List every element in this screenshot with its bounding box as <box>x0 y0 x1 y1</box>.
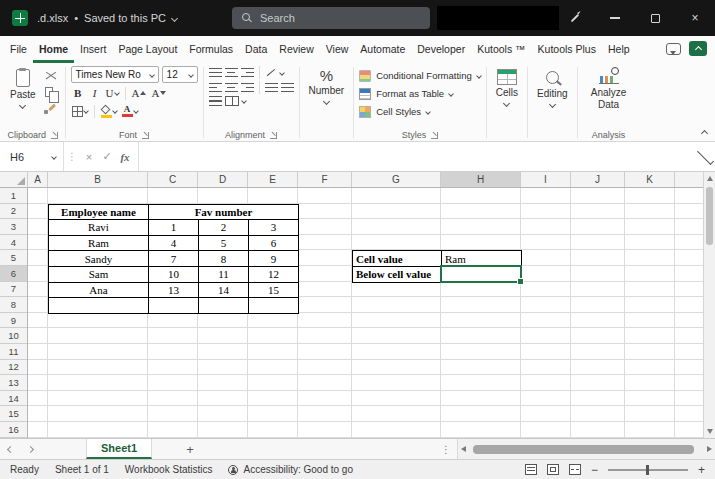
column-header-C[interactable]: C <box>148 172 198 187</box>
format-as-table-button[interactable]: Format as Table <box>359 86 481 101</box>
ribbon-tab-view[interactable]: View <box>320 39 355 63</box>
cell-fav-value[interactable]: 9 <box>249 251 299 267</box>
insert-function-button[interactable]: fx <box>116 151 134 163</box>
column-header-B[interactable]: B <box>48 172 148 187</box>
select-all-button[interactable] <box>0 172 28 187</box>
horizontal-scroll-thumb[interactable] <box>473 445 694 454</box>
ribbon-tab-insert[interactable]: Insert <box>74 39 112 63</box>
cell-fav-value[interactable]: 10 <box>149 267 199 283</box>
zoom-in-button[interactable]: + <box>698 464 705 476</box>
cell-fav-value[interactable]: 14 <box>199 283 249 299</box>
alignment-dialog-launcher[interactable] <box>270 132 277 139</box>
cell-employee-name-header[interactable]: Employee name <box>49 205 149 221</box>
row-header-2[interactable]: 2 <box>0 204 27 220</box>
page-break-view-button[interactable] <box>569 464 581 475</box>
conditional-formatting-button[interactable]: Conditional Formatting <box>359 68 481 83</box>
row-header-1[interactable]: 1 <box>0 188 27 204</box>
scroll-down-button[interactable] <box>704 425 715 438</box>
column-header-A[interactable]: A <box>28 172 48 187</box>
cell-fav-value[interactable]: 2 <box>199 220 249 236</box>
cell-fav-value[interactable]: 12 <box>249 267 299 283</box>
align-right-button[interactable] <box>241 83 254 93</box>
cell-employee-name[interactable]: Ana <box>49 283 149 299</box>
cell-fav-value[interactable]: 11 <box>199 267 249 283</box>
zoom-slider[interactable] <box>608 469 688 471</box>
cell-fav-value[interactable]: 13 <box>149 283 199 299</box>
row-header-4[interactable]: 4 <box>0 235 27 251</box>
row-header-10[interactable]: 10 <box>0 328 27 344</box>
column-header-K[interactable]: K <box>625 172 675 187</box>
align-top-button[interactable] <box>209 68 222 78</box>
cell-empty[interactable] <box>49 298 149 314</box>
row-header-14[interactable]: 14 <box>0 391 27 407</box>
cell-empty[interactable] <box>149 298 199 314</box>
cell-employee-name[interactable]: Ram <box>49 236 149 252</box>
name-box[interactable]: H6 <box>0 142 64 171</box>
decrease-font-size-button[interactable]: A <box>150 85 167 101</box>
cell-styles-button[interactable]: Cell Styles <box>359 104 481 119</box>
maximize-button[interactable] <box>635 0 675 36</box>
zoom-out-button[interactable]: − <box>591 464 598 476</box>
cell-fav-value[interactable]: 4 <box>149 236 199 252</box>
analyze-data-button[interactable]: Analyze Data <box>583 66 635 128</box>
ribbon-tab-kutools[interactable]: Kutools ™ <box>471 39 531 63</box>
cut-button[interactable] <box>44 70 58 82</box>
page-layout-view-button[interactable] <box>547 464 559 475</box>
scroll-up-button[interactable] <box>704 172 715 185</box>
cell-fav-value[interactable]: 15 <box>249 283 299 299</box>
bold-button[interactable]: B <box>71 85 85 101</box>
zoom-slider-thumb[interactable] <box>646 465 649 475</box>
enter-button[interactable]: ✓ <box>98 150 116 163</box>
ribbon-tab-review[interactable]: Review <box>273 39 319 63</box>
excel-logo-icon[interactable] <box>12 10 28 26</box>
increase-font-size-button[interactable]: A <box>131 85 148 101</box>
ribbon-tab-data[interactable]: Data <box>239 39 273 63</box>
row-header-12[interactable]: 12 <box>0 360 27 376</box>
cell-fav-number-header[interactable]: Fav number <box>149 205 299 221</box>
italic-button[interactable]: I <box>88 85 102 101</box>
format-painter-button[interactable] <box>44 102 57 114</box>
increase-indent-button[interactable] <box>281 83 294 93</box>
close-button[interactable]: × <box>675 0 715 36</box>
account-area-redacted[interactable] <box>437 6 559 30</box>
cell-employee-name[interactable]: Sam <box>49 267 149 283</box>
cell-empty[interactable] <box>249 298 299 314</box>
paste-button[interactable]: Paste <box>6 66 40 128</box>
row-header-13[interactable]: 13 <box>0 375 27 391</box>
font-name-select[interactable]: Times New Ro <box>71 66 159 83</box>
name-box-resize-handle[interactable]: ⋮ <box>64 151 80 162</box>
column-header-G[interactable]: G <box>352 172 441 187</box>
cell-fav-value[interactable]: 5 <box>199 236 249 252</box>
decrease-indent-button[interactable] <box>265 83 278 93</box>
align-middle-button[interactable] <box>225 68 238 78</box>
workbook-statistics-button[interactable]: Workbook Statistics <box>125 464 213 475</box>
ribbon-tab-home[interactable]: Home <box>33 39 74 63</box>
cell-employee-name[interactable]: Sandy <box>49 251 149 267</box>
clipboard-dialog-launcher[interactable] <box>51 132 58 139</box>
row-header-3[interactable]: 3 <box>0 219 27 235</box>
column-header-J[interactable]: J <box>571 172 625 187</box>
search-box[interactable]: Search <box>232 7 430 29</box>
pen-button[interactable] <box>555 0 595 36</box>
column-header-E[interactable]: E <box>248 172 298 187</box>
vertical-scrollbar[interactable] <box>703 172 715 438</box>
normal-view-button[interactable] <box>525 464 537 475</box>
ribbon-tab-kutools-plus[interactable]: Kutools Plus <box>532 39 602 63</box>
next-sheet-button[interactable] <box>20 439 40 459</box>
ribbon-tab-formulas[interactable]: Formulas <box>183 39 239 63</box>
wrap-text-button[interactable] <box>209 96 222 106</box>
chevron-down-icon[interactable] <box>171 14 178 21</box>
row-header-5[interactable]: 5 <box>0 250 27 266</box>
cell-G6-below-cell-value-label[interactable]: Below cell value <box>353 267 442 283</box>
accessibility-status[interactable]: Accessibility: Good to go <box>243 464 353 475</box>
cell-fav-value[interactable]: 1 <box>149 220 199 236</box>
row-header-9[interactable]: 9 <box>0 313 27 329</box>
ribbon-tab-file[interactable]: File <box>4 39 33 63</box>
sheet-tab-sheet1[interactable]: Sheet1 <box>86 439 152 459</box>
ribbon-tab-automate[interactable]: Automate <box>354 39 411 63</box>
fill-color-button[interactable] <box>100 103 118 119</box>
minimize-button[interactable] <box>595 0 635 36</box>
column-header-I[interactable]: I <box>521 172 571 187</box>
align-bottom-button[interactable] <box>241 68 254 78</box>
horizontal-scrollbar[interactable] <box>457 439 715 459</box>
